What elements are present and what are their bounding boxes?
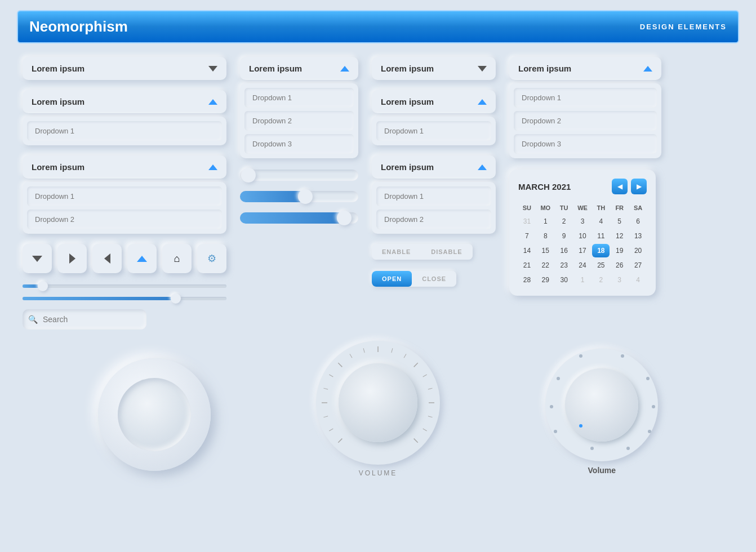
cal-day[interactable]: 3 (611, 273, 628, 287)
list-item[interactable]: Dropdown 2 (27, 210, 222, 229)
cal-header-su: SU (518, 202, 536, 213)
chevron-up-icon (208, 99, 217, 105)
cal-day[interactable]: 15 (537, 244, 554, 257)
slider-track-2[interactable] (240, 191, 358, 202)
range-track-1[interactable] (23, 284, 226, 288)
cal-day[interactable]: 19 (611, 244, 628, 257)
dropdown-col2-1-header[interactable]: Lorem ipsum (240, 57, 358, 80)
dropdown-c3-3-items: Dropdown 1 Dropdown 2 (372, 182, 496, 234)
cal-day[interactable]: 16 (555, 244, 573, 257)
range-thumb-1[interactable] (38, 281, 48, 291)
slider-track-3[interactable] (240, 212, 358, 224)
chevron-up-icon (208, 164, 217, 170)
cal-day-today[interactable]: 18 (592, 244, 610, 257)
cal-day[interactable]: 9 (555, 229, 573, 243)
dropdown-c3-3-header[interactable]: Lorem ipsum (372, 155, 496, 179)
cal-day[interactable]: 31 (518, 215, 536, 228)
cal-day[interactable]: 4 (629, 273, 647, 287)
cal-day[interactable]: 5 (611, 215, 628, 228)
home-button[interactable]: ⌂ (162, 244, 192, 273)
cal-day[interactable]: 2 (555, 215, 573, 228)
sliders-group (240, 170, 358, 224)
volume-dots-outer[interactable] (545, 349, 658, 461)
bottom-knobs-section: VOLUME Volume (0, 330, 756, 494)
range-track-2[interactable] (23, 297, 226, 300)
chevron-down-icon (478, 66, 487, 72)
calendar-next-button[interactable]: ▶ (631, 179, 647, 194)
cal-day[interactable]: 29 (537, 273, 554, 287)
arrow-down-button[interactable] (23, 244, 52, 273)
arrow-right-icon (69, 253, 75, 264)
cal-day[interactable]: 7 (518, 229, 536, 243)
list-item[interactable]: Dropdown 2 (514, 111, 657, 131)
arrow-left-button[interactable] (92, 244, 122, 273)
calendar-prev-button[interactable]: ◀ (612, 179, 628, 194)
cal-day[interactable]: 10 (574, 229, 592, 243)
cal-day[interactable]: 4 (592, 215, 610, 228)
cal-day[interactable]: 1 (537, 215, 554, 228)
cal-day[interactable]: 17 (574, 244, 592, 257)
cal-day[interactable]: 14 (518, 244, 536, 257)
slider-track-1[interactable] (240, 170, 358, 181)
list-item[interactable]: Dropdown 1 (514, 88, 657, 108)
cal-day[interactable]: 13 (629, 229, 647, 243)
cal-day[interactable]: 28 (518, 273, 536, 287)
list-item[interactable]: Dropdown 2 (376, 210, 491, 229)
dropdown-c3-1-header[interactable]: Lorem ipsum (372, 57, 496, 80)
cal-day[interactable]: 24 (574, 259, 592, 272)
list-item[interactable]: Dropdown 1 (27, 121, 222, 141)
dropdown-c4-1-label: Lorem ipsum (518, 64, 571, 73)
cal-day[interactable]: 2 (592, 273, 610, 287)
cal-day[interactable]: 30 (555, 273, 573, 287)
cal-day[interactable]: 22 (537, 259, 554, 272)
list-item[interactable]: Dropdown 1 (376, 121, 491, 141)
dropdown-1-header[interactable]: Lorem ipsum (23, 57, 226, 80)
dropdown-c3-2-header[interactable]: Lorem ipsum (372, 90, 496, 113)
toggle-groups: ENABLE DISABLE OPEN CLOSE (372, 244, 496, 292)
svg-line-6 (338, 363, 342, 367)
dropdown-3-label: Lorem ipsum (32, 162, 85, 172)
cal-day[interactable]: 11 (592, 229, 610, 243)
calendar-header: MARCH 2021 ◀ ▶ (518, 179, 647, 194)
dropdown-2-header[interactable]: Lorem ipsum (23, 90, 226, 113)
cal-day[interactable]: 3 (574, 215, 592, 228)
list-item[interactable]: Dropdown 1 (27, 186, 222, 206)
cal-day[interactable]: 1 (574, 273, 592, 287)
search-input[interactable] (23, 309, 146, 330)
list-item[interactable]: Dropdown 3 (244, 134, 354, 154)
close-button[interactable]: CLOSE (412, 271, 456, 287)
slider-thumb-2[interactable] (298, 189, 313, 204)
cal-day[interactable]: 27 (629, 259, 647, 272)
list-item[interactable]: Dropdown 2 (244, 111, 354, 131)
volume-knob (316, 341, 440, 465)
list-item[interactable]: Dropdown 1 (244, 88, 354, 108)
arrow-up-button[interactable] (127, 244, 157, 273)
disable-button[interactable]: DISABLE (421, 244, 472, 260)
slider-thumb-1[interactable] (241, 168, 256, 182)
cal-day[interactable]: 26 (611, 259, 628, 272)
arrow-up-icon (137, 256, 147, 262)
slider-thumb-3[interactable] (337, 211, 352, 225)
open-button[interactable]: OPEN (372, 271, 412, 287)
cal-day[interactable]: 8 (537, 229, 554, 243)
calendar: MARCH 2021 ◀ ▶ SU MO TU WE TH FR SA (509, 170, 656, 296)
cal-day[interactable]: 21 (518, 259, 536, 272)
list-item[interactable]: Dropdown 1 (376, 186, 491, 206)
cal-day[interactable]: 12 (611, 229, 628, 243)
cal-day[interactable]: 23 (555, 259, 573, 272)
gear-button[interactable]: ⚙ (197, 244, 226, 273)
enable-button[interactable]: ENABLE (372, 244, 421, 260)
range-slider-2 (23, 297, 226, 300)
volume-outer[interactable] (316, 341, 440, 465)
cal-day[interactable]: 20 (629, 244, 647, 257)
list-item[interactable]: Dropdown 3 (514, 134, 657, 154)
dropdown-c4-1-header[interactable]: Lorem ipsum (509, 57, 661, 80)
dropdown-3-header[interactable]: Lorem ipsum (23, 155, 226, 179)
arrow-right-button[interactable] (57, 244, 87, 273)
cal-header-th: TH (592, 202, 610, 213)
cal-day[interactable]: 25 (592, 259, 610, 272)
header-subtitle: DESIGN ELEMENTS (640, 23, 727, 31)
cal-day[interactable]: 6 (629, 215, 647, 228)
range-thumb-2[interactable] (171, 293, 181, 304)
knob-large[interactable] (98, 358, 211, 471)
